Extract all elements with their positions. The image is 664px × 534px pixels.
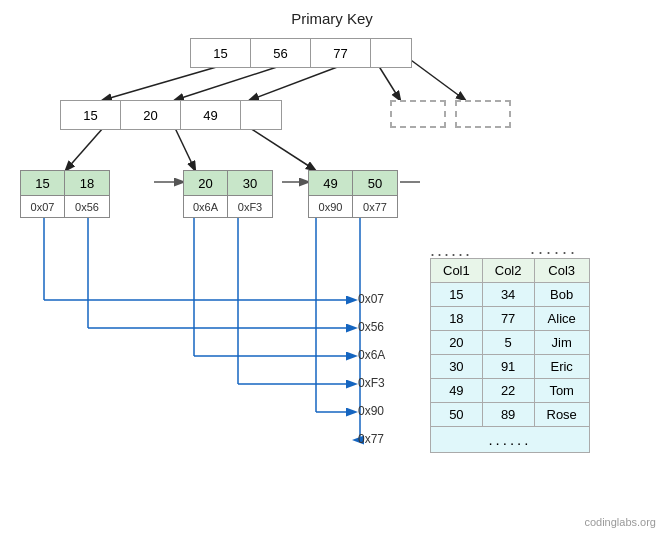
table-row: 30 91 Eric <box>431 355 590 379</box>
leaf1-ptr-56: 0x56 <box>65 195 109 217</box>
main-container: Primary Key <box>0 0 664 534</box>
svg-line-6 <box>175 128 195 170</box>
table-row: 18 77 Alice <box>431 307 590 331</box>
leaf3-bottom: 0x90 0x77 <box>309 195 397 217</box>
sk-row: 15 20 49 <box>60 100 282 130</box>
leaf3-top: 49 50 <box>309 171 397 195</box>
leaf1-top: 15 18 <box>21 171 109 195</box>
leaf2-top-20: 20 <box>184 171 228 195</box>
leaf1-ptr-07: 0x07 <box>21 195 65 217</box>
r3-col3: Eric <box>534 355 589 379</box>
table-row-ellipsis: ...... <box>431 427 590 453</box>
table-ellipsis-above: ...... <box>530 238 578 259</box>
col3-header: Col3 <box>534 259 589 283</box>
r1-col2: 77 <box>482 307 534 331</box>
leaf1-bottom: 0x07 0x56 <box>21 195 109 217</box>
page-title: Primary Key <box>0 10 664 27</box>
pk-cell-56: 56 <box>251 39 311 67</box>
leaf3-ptr-77: 0x77 <box>353 195 397 217</box>
dashed-box-1 <box>390 100 446 128</box>
table-row: 20 5 Jim <box>431 331 590 355</box>
leaf3-top-50: 50 <box>353 171 397 195</box>
pk-row: 15 56 77 <box>190 38 412 68</box>
svg-line-1 <box>175 66 280 100</box>
pk-cell-empty <box>371 39 411 67</box>
leaf2-top-30: 30 <box>228 171 272 195</box>
pk-cell-15: 15 <box>191 39 251 67</box>
pk-cell-77: 77 <box>311 39 371 67</box>
leaf1-top-18: 18 <box>65 171 109 195</box>
r1-col1: 18 <box>431 307 483 331</box>
ptr-label-0x77: 0x77 <box>358 432 384 446</box>
r5-col1: 50 <box>431 403 483 427</box>
ptr-label-0x90: 0x90 <box>358 404 384 418</box>
leaf2-bottom: 0x6A 0xF3 <box>184 195 272 217</box>
r4-col1: 49 <box>431 379 483 403</box>
r5-col3: Rose <box>534 403 589 427</box>
r2-col3: Jim <box>534 331 589 355</box>
r4-col2: 22 <box>482 379 534 403</box>
ptr-label-0xF3: 0xF3 <box>358 376 385 390</box>
sk-cell-15: 15 <box>61 101 121 129</box>
svg-line-0 <box>103 66 220 100</box>
leaf-block-3: 49 50 0x90 0x77 <box>308 170 398 218</box>
leaf-block-1: 15 18 0x07 0x56 <box>20 170 110 218</box>
table-row: 15 34 Bob <box>431 283 590 307</box>
leaf-block-2: 20 30 0x6A 0xF3 <box>183 170 273 218</box>
ptr-label-0x07: 0x07 <box>358 292 384 306</box>
r1-col3: Alice <box>534 307 589 331</box>
leaf2-ptr-6A: 0x6A <box>184 195 228 217</box>
leaf3-top-49: 49 <box>309 171 353 195</box>
leaf2-ptr-F3: 0xF3 <box>228 195 272 217</box>
ptr-label-0x56: 0x56 <box>358 320 384 334</box>
table-row: 49 22 Tom <box>431 379 590 403</box>
r4-col3: Tom <box>534 379 589 403</box>
svg-line-2 <box>250 66 340 100</box>
sk-cell-20: 20 <box>121 101 181 129</box>
table-ellipsis: ...... <box>431 427 590 453</box>
svg-line-7 <box>250 128 315 170</box>
r0-col1: 15 <box>431 283 483 307</box>
sk-cell-empty <box>241 101 281 129</box>
table-row: 50 89 Rose <box>431 403 590 427</box>
ptr-label-0x6A: 0x6A <box>358 348 385 362</box>
col1-header: Col1 <box>431 259 483 283</box>
svg-line-5 <box>66 128 103 170</box>
r2-col2: 5 <box>482 331 534 355</box>
watermark: codinglabs.org <box>584 516 656 528</box>
r0-col2: 34 <box>482 283 534 307</box>
data-table: Col1 Col2 Col3 15 34 Bob 18 77 Alice 20 … <box>430 258 590 453</box>
sk-cell-49: 49 <box>181 101 241 129</box>
r0-col3: Bob <box>534 283 589 307</box>
leaf1-top-15: 15 <box>21 171 65 195</box>
dashed-box-2 <box>455 100 511 128</box>
r3-col1: 30 <box>431 355 483 379</box>
r2-col1: 20 <box>431 331 483 355</box>
r5-col2: 89 <box>482 403 534 427</box>
col2-header: Col2 <box>482 259 534 283</box>
r3-col2: 91 <box>482 355 534 379</box>
leaf3-ptr-90: 0x90 <box>309 195 353 217</box>
leaf2-top: 20 30 <box>184 171 272 195</box>
